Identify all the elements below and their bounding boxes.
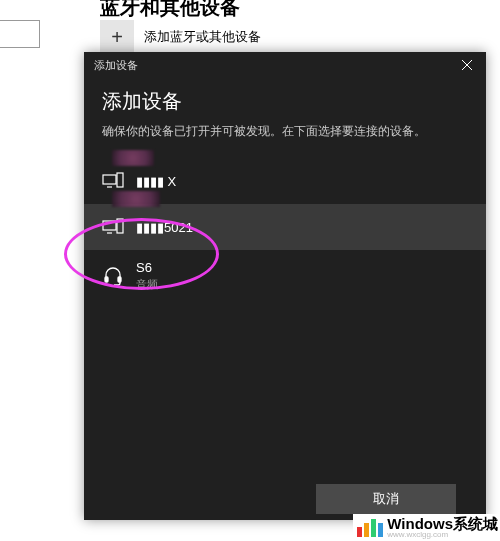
search-input-partial[interactable] [0, 20, 40, 48]
device-item[interactable]: ▮▮▮▮5021 [84, 204, 486, 250]
cancel-button[interactable]: 取消 [316, 484, 456, 514]
settings-section-title: 蓝牙和其他设备 [100, 0, 240, 21]
svg-rect-4 [117, 173, 123, 187]
svg-rect-9 [118, 277, 121, 282]
add-device-label: 添加蓝牙或其他设备 [144, 28, 261, 46]
add-device-dialog: 添加设备 添加设备 确保你的设备已打开并可被发现。在下面选择要连接的设备。 ▮▮… [84, 52, 486, 520]
dialog-titlebar: 添加设备 [84, 52, 486, 78]
close-icon [462, 60, 472, 70]
svg-rect-2 [103, 175, 116, 184]
device-subtype: 音频 [136, 277, 158, 292]
device-item[interactable]: S6 音频 [84, 250, 486, 302]
svg-rect-5 [103, 221, 116, 230]
watermark-text: Windows系统城 [387, 516, 498, 531]
watermark-logo-icon [357, 519, 383, 537]
add-device-row[interactable]: + 添加蓝牙或其他设备 [100, 20, 261, 54]
device-item[interactable]: ▮▮▮▮ X [84, 158, 486, 204]
device-name: S6 [136, 260, 158, 275]
device-list: ▮▮▮▮ X ▮▮▮▮5021 S6 [84, 158, 486, 302]
plus-icon: + [100, 20, 134, 54]
device-name: ▮▮▮▮5021 [136, 220, 193, 235]
display-icon [102, 217, 124, 237]
dialog-subtitle: 确保你的设备已打开并可被发现。在下面选择要连接的设备。 [102, 123, 468, 140]
watermark-url: www.wxclgg.com [387, 531, 498, 539]
watermark: Windows系统城 www.wxclgg.com [353, 514, 500, 541]
display-icon [102, 171, 124, 191]
close-button[interactable] [452, 52, 482, 78]
dialog-heading: 添加设备 [102, 88, 468, 115]
device-name: ▮▮▮▮ X [136, 174, 176, 189]
svg-rect-7 [117, 219, 123, 233]
headset-icon [102, 266, 124, 286]
dialog-titlebar-text: 添加设备 [94, 58, 138, 73]
svg-rect-8 [105, 277, 108, 282]
